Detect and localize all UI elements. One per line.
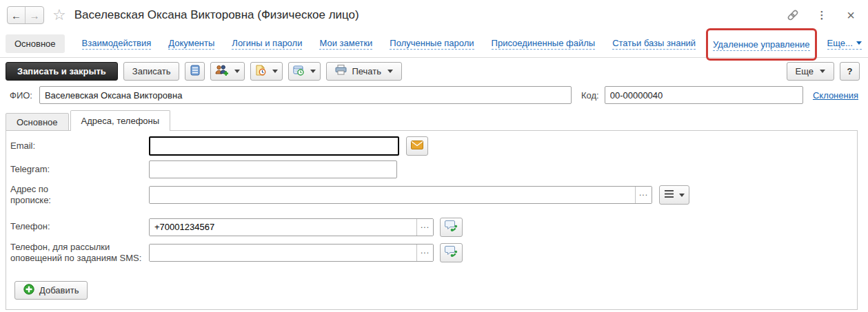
planned-interactions-button[interactable] <box>288 62 321 81</box>
phone-sms-label: Телефон, для рассылки оповещений по зада… <box>10 242 149 264</box>
history-nav-group: ← → <box>7 6 44 24</box>
phone-sms-send-button-2[interactable] <box>440 243 463 262</box>
add-button[interactable]: Добавить <box>14 281 88 300</box>
reminder-button[interactable] <box>250 62 283 81</box>
header-fields-row: ФИО: Код: Склонения <box>10 85 858 105</box>
phone-sms-select-button[interactable]: ... <box>416 245 433 261</box>
phone-select-button[interactable]: ... <box>416 219 433 236</box>
sms-phone-icon <box>445 220 458 235</box>
telegram-input[interactable] <box>149 160 397 178</box>
print-label: Печать <box>352 66 381 76</box>
toolbar-right-group: Еще ? <box>787 62 860 81</box>
close-icon[interactable]: × <box>843 8 858 23</box>
more-button[interactable]: Еще <box>787 62 834 81</box>
window-actions: ⋮ × <box>785 8 858 23</box>
database-list-icon <box>190 65 200 78</box>
printer-icon <box>335 65 347 77</box>
chevron-down-icon <box>679 194 685 197</box>
address-row: Адрес по прописке: ... <box>10 184 857 207</box>
nav-more-label: Еще... <box>827 38 853 48</box>
add-row: Добавить <box>14 281 857 300</box>
sms-phone-icon <box>445 245 458 260</box>
help-button[interactable]: ? <box>840 62 860 81</box>
report-button[interactable] <box>185 62 205 81</box>
nav-item-prisoedinennye-fayly[interactable]: Присоединенные файлы <box>492 38 596 50</box>
nav-item-loginy-i-paroli[interactable]: Логины и пароли <box>232 38 302 50</box>
telegram-label: Telegram: <box>10 164 149 175</box>
email-label: Email: <box>10 141 149 152</box>
back-arrow-icon: ← <box>11 10 21 21</box>
list-clock-icon <box>293 65 304 78</box>
chevron-down-icon <box>234 70 240 73</box>
phone-row: Телефон: ... <box>10 218 857 237</box>
save-button[interactable]: Записать <box>123 62 180 81</box>
nav-item-poluchennye-paroli[interactable]: Полученные пароли <box>390 38 474 50</box>
nav-item-moi-zametki[interactable]: Мои заметки <box>319 38 372 50</box>
nav-item-udalennoe-upravlenie-wrap: Удаленное управление <box>713 38 809 50</box>
nav-item-stati-bazy-znaniy[interactable]: Статьи базы знаний <box>612 38 696 50</box>
phone-combo: ... <box>149 218 434 236</box>
nav-item-vzaimodeystviya[interactable]: Взаимодействия <box>82 38 152 50</box>
add-button-label: Добавить <box>39 285 79 295</box>
nav-item-dokumenty[interactable]: Документы <box>168 38 214 50</box>
forward-arrow-icon: → <box>30 10 40 21</box>
nav-item-more[interactable]: Еще... <box>827 38 862 50</box>
back-button[interactable]: ← <box>8 7 26 23</box>
email-input[interactable] <box>149 136 399 156</box>
fio-label: ФИО: <box>10 90 32 101</box>
chevron-down-icon <box>820 70 825 73</box>
phone-sms-combo: ... <box>149 244 434 262</box>
save-and-close-button[interactable]: Записать и закрыть <box>6 62 118 81</box>
title-bar: ← → ☆ Васелевская Оксана Викторовна (Физ… <box>7 4 858 26</box>
address-combo: ... <box>149 186 652 204</box>
telegram-row: Telegram: <box>10 160 857 178</box>
address-label: Адрес по прописке: <box>10 184 149 207</box>
addresses-phones-panel: Email: Telegram: Адрес по прописке: ... … <box>6 130 858 310</box>
page-title: Васелевская Оксана Викторовна (Физическо… <box>74 8 359 22</box>
page-tabs: Основное Адреса, телефоны <box>6 110 170 131</box>
address-menu-button[interactable] <box>659 185 689 205</box>
document-clock-icon <box>255 65 266 78</box>
email-row: Email: <box>10 136 857 156</box>
chevron-down-icon <box>856 41 862 45</box>
favorite-star-icon[interactable]: ☆ <box>52 8 66 23</box>
fio-input[interactable] <box>39 86 572 104</box>
address-select-button[interactable]: ... <box>635 187 652 203</box>
create-user-button[interactable] <box>210 62 245 81</box>
add-users-icon <box>215 65 228 78</box>
nav-item-udalennoe-upravlenie[interactable]: Удаленное управление <box>713 39 809 51</box>
phone-sms-send-button[interactable] <box>440 218 463 237</box>
send-email-button[interactable] <box>406 136 428 156</box>
chevron-down-icon <box>272 70 278 73</box>
section-navbar: Основное Взаимодействия Документы Логины… <box>0 30 868 58</box>
phone-sms-row: Телефон, для рассылки оповещений по зада… <box>10 242 857 264</box>
get-link-icon[interactable] <box>785 8 800 23</box>
address-input[interactable] <box>150 187 635 203</box>
more-options-icon[interactable]: ⋮ <box>814 8 829 23</box>
hamburger-menu-icon <box>664 189 674 201</box>
forward-button[interactable]: → <box>26 7 43 23</box>
more-label: Еще <box>796 66 814 76</box>
chevron-down-icon <box>387 70 393 73</box>
envelope-icon <box>411 140 423 152</box>
section-nav-list: Основное Взаимодействия Документы Логины… <box>6 34 862 53</box>
code-input[interactable] <box>605 86 803 104</box>
plus-circle-icon <box>23 284 34 297</box>
declensions-link[interactable]: Склонения <box>813 90 858 101</box>
phone-label: Телефон: <box>10 221 149 232</box>
form-toolbar: Записать и закрыть Записать Печать Еще <box>6 61 860 81</box>
tab-osnovnoe[interactable]: Основное <box>6 113 69 131</box>
code-label: Код: <box>581 90 599 101</box>
phone-input[interactable] <box>150 219 416 236</box>
print-button[interactable]: Печать <box>326 62 402 81</box>
phone-sms-input[interactable] <box>150 245 416 261</box>
nav-item-osnovnoe[interactable]: Основное <box>6 34 65 53</box>
chevron-down-icon <box>310 70 316 73</box>
tab-adresa-telefony[interactable]: Адреса, телефоны <box>70 110 171 131</box>
